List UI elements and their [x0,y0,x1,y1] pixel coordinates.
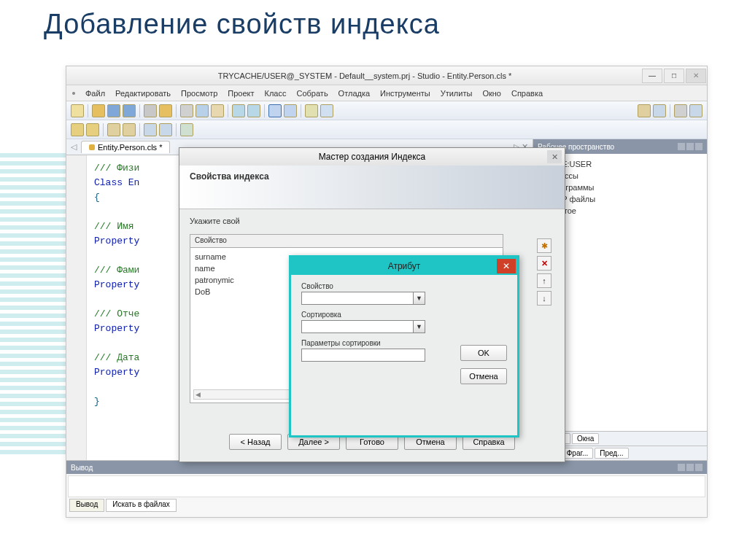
decorative-stripes [0,153,66,459]
menu-window[interactable]: Окно [482,89,501,98]
attribute-close-button[interactable]: ✕ [497,259,516,273]
sortparams-input[interactable] [301,349,425,362]
menu-view[interactable]: Просмотр [181,89,217,98]
panel-menu-icon[interactable] [678,143,685,150]
attr-cancel-button[interactable]: Отмена [460,368,507,384]
maximize-button[interactable]: □ [664,69,684,83]
back-button[interactable]: < Назад [229,434,282,450]
menu-class[interactable]: Класс [265,89,287,98]
nav-icon-4[interactable] [123,123,136,136]
panel-pin-icon[interactable] [686,143,694,150]
output-tab-output[interactable]: Вывод [69,499,104,512]
nav-icon-1[interactable] [71,123,84,136]
wizard-close-button[interactable]: ✕ [547,150,562,163]
nav-icon-2[interactable] [86,123,99,136]
move-up-button[interactable]: ↑ [537,273,551,288]
menu-edit[interactable]: Редактировать [115,89,171,98]
slide-title: Добавление свойств индекса [0,0,747,40]
right-tool-4[interactable] [689,104,703,117]
menu-help[interactable]: Справка [511,89,543,98]
toolbar-primary [66,101,707,120]
copy-icon[interactable] [196,104,209,117]
file-icon [89,144,95,150]
wizard-instruction: Укажите свой [190,217,554,225]
property-column-header: Свойство [190,235,503,248]
attribute-dialog: Атрибут ✕ Свойство ▼ Сортировка ▼ Параме… [289,255,519,438]
output-header: Вывод [71,464,93,472]
menubar: Файл Редактировать Просмотр Проект Класс… [66,85,707,101]
paste-icon[interactable] [211,104,224,117]
open-icon[interactable] [92,104,105,117]
right-tool-1[interactable] [638,104,651,117]
tab-label: Entity.Person.cls * [98,143,162,152]
menu-utilities[interactable]: Утилиты [441,89,473,98]
delete-property-button[interactable]: ✕ [537,256,551,271]
side-tab-windows[interactable]: Окна [572,433,599,444]
ok-button[interactable]: OK [460,345,507,361]
menu-project[interactable]: Проект [228,89,254,98]
output-tab-find[interactable]: Искать в файлах [106,499,177,512]
add-property-button[interactable]: ✱ [537,238,551,253]
attribute-title: Атрибут [388,261,421,271]
menu-tools[interactable]: Инструменты [380,89,430,98]
save-all-icon[interactable] [123,104,136,117]
menu-build[interactable]: Собрать [296,89,328,98]
gutter [66,155,87,460]
output-body[interactable] [68,475,705,497]
undo-icon[interactable] [232,104,245,117]
titlebar: TRYCACHE/USER@_SYSTEM - Default__system.… [66,66,707,85]
property-combo-input[interactable] [301,292,414,305]
tool-icon-1[interactable] [305,104,318,117]
minimize-button[interactable]: — [642,69,662,83]
menu-debug[interactable]: Отладка [338,89,370,98]
panel-close-icon[interactable] [695,143,703,150]
view-icon-1[interactable] [268,104,282,117]
side-tab2-2[interactable]: Фраг... [562,448,594,459]
wizard-title: Мастер создания Индекса [319,152,426,162]
sort-label: Сортировка [301,311,507,319]
wizard-banner-title: Свойства индекса [190,171,269,182]
sort-combo-input[interactable] [301,320,414,333]
print-icon[interactable] [144,104,157,117]
nav-icon-3[interactable] [107,123,120,136]
editor-tab[interactable]: Entity.Person.cls * [81,141,170,153]
menu-file[interactable]: Файл [85,89,105,98]
redo-icon[interactable] [247,104,260,117]
property-label: Свойство [301,282,507,290]
export-icon[interactable] [159,104,172,117]
nav-icon-7[interactable] [180,123,193,136]
right-tool-2[interactable] [653,104,666,117]
window-title: TRYCACHE/USER@_SYSTEM - Default__system.… [88,71,641,80]
sort-dropdown-icon[interactable]: ▼ [414,320,425,333]
save-icon[interactable] [107,104,120,117]
tool-icon-2[interactable] [320,104,333,117]
nav-icon-5[interactable] [144,123,157,136]
toolbar-secondary [66,120,707,139]
property-dropdown-icon[interactable]: ▼ [414,292,425,305]
view-icon-2[interactable] [284,104,297,117]
move-down-button[interactable]: ↓ [537,291,551,306]
output-panel: Вывод Вывод Искать в файлах [66,460,707,510]
nav-icon-6[interactable] [159,123,172,136]
side-tab2-3[interactable]: Пред... [595,448,628,459]
right-tool-3[interactable] [674,104,687,117]
close-button[interactable]: ✕ [686,69,706,83]
new-icon[interactable] [71,104,84,117]
cut-icon[interactable] [180,104,193,117]
